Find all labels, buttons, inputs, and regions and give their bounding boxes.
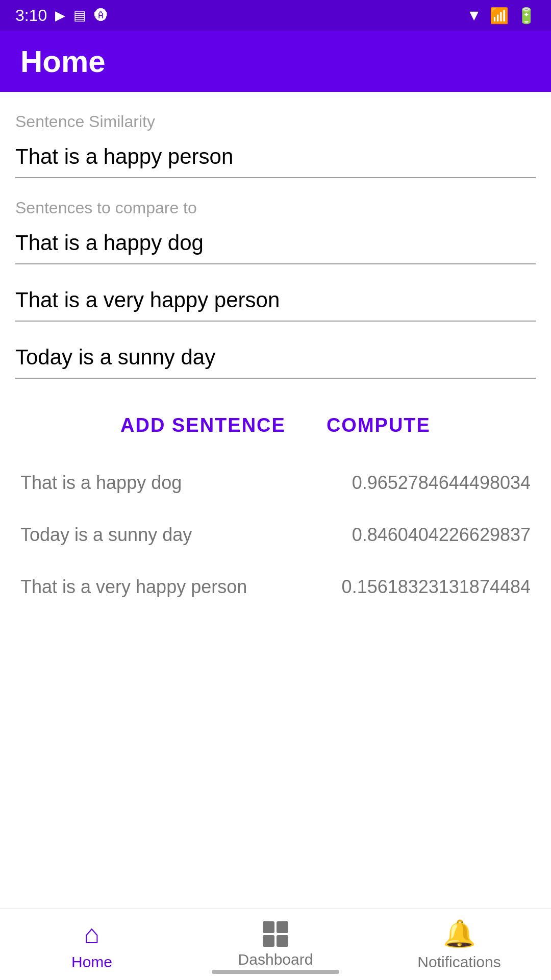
result-score-3: 0.15618323131874484 bbox=[342, 576, 531, 598]
compute-button[interactable]: COMPUTE bbox=[327, 414, 431, 436]
home-icon: ⌂ bbox=[84, 919, 99, 949]
compare-label: Sentences to compare to bbox=[15, 199, 536, 217]
app-bar: Home bbox=[0, 31, 551, 92]
play-icon: ▶ bbox=[55, 8, 65, 23]
status-right: ▼ 📶 🔋 bbox=[466, 7, 536, 24]
button-row: ADD SENTENCE COMPUTE bbox=[15, 414, 536, 436]
nav-label-notifications: Notifications bbox=[417, 953, 500, 971]
comparison-sentence-input-1[interactable] bbox=[15, 223, 536, 264]
add-sentence-button[interactable]: ADD SENTENCE bbox=[120, 414, 286, 436]
result-sentence-2: Today is a sunny day bbox=[20, 524, 352, 546]
bottom-nav: ⌂ Home Dashboard 🔔 Notifications bbox=[0, 909, 551, 980]
nav-item-notifications[interactable]: 🔔 Notifications bbox=[367, 918, 551, 971]
comparison-sentence-input-2[interactable] bbox=[15, 280, 536, 322]
status-left: 3:10 ▶ ▤ 🅐 bbox=[15, 6, 108, 25]
page-title: Home bbox=[20, 44, 106, 79]
bell-icon: 🔔 bbox=[443, 918, 476, 949]
nav-item-dashboard[interactable]: Dashboard bbox=[184, 921, 367, 968]
result-sentence-3: That is a very happy person bbox=[20, 576, 342, 598]
sentence-similarity-label: Sentence Similarity bbox=[15, 112, 536, 131]
main-content: Sentence Similarity Sentences to compare… bbox=[0, 92, 551, 909]
nav-label-home: Home bbox=[71, 953, 112, 971]
comparison-sentence-input-3[interactable] bbox=[15, 337, 536, 379]
result-row: That is a happy dog 0.9652784644498034 bbox=[15, 457, 536, 509]
signal-icon: 📶 bbox=[490, 7, 509, 24]
nav-label-dashboard: Dashboard bbox=[238, 951, 313, 968]
results-list: That is a happy dog 0.9652784644498034 T… bbox=[15, 457, 536, 613]
home-indicator bbox=[212, 970, 339, 974]
result-row: That is a very happy person 0.1561832313… bbox=[15, 561, 536, 613]
nav-item-home[interactable]: ⌂ Home bbox=[0, 919, 184, 971]
status-bar: 3:10 ▶ ▤ 🅐 ▼ 📶 🔋 bbox=[0, 0, 551, 31]
main-sentence-input[interactable] bbox=[15, 136, 536, 178]
battery-icon: 🔋 bbox=[517, 7, 536, 24]
result-score-2: 0.8460404226629837 bbox=[352, 524, 531, 546]
result-score-1: 0.9652784644498034 bbox=[352, 472, 531, 494]
accessibility-icon: 🅐 bbox=[94, 8, 108, 23]
wifi-icon: ▼ bbox=[466, 7, 482, 24]
result-sentence-1: That is a happy dog bbox=[20, 472, 352, 494]
sim-icon: ▤ bbox=[73, 8, 86, 23]
time-display: 3:10 bbox=[15, 6, 47, 25]
dashboard-icon bbox=[263, 921, 288, 947]
result-row: Today is a sunny day 0.8460404226629837 bbox=[15, 509, 536, 561]
